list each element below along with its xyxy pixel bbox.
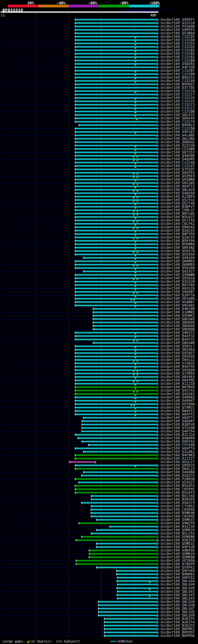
alignment-bar[interactable] bbox=[83, 451, 156, 453]
subject-label[interactable]: UniRef100_C1ICB8 bbox=[161, 110, 195, 113]
alignment-bar[interactable] bbox=[75, 376, 156, 378]
alignment-bar[interactable] bbox=[82, 424, 156, 425]
alignment-bar[interactable] bbox=[75, 182, 156, 184]
alignment-bar[interactable] bbox=[116, 570, 156, 572]
alignment-bar[interactable] bbox=[81, 502, 156, 504]
alignment-bar[interactable] bbox=[93, 322, 156, 323]
alignment-bar[interactable] bbox=[75, 410, 156, 412]
alignment-bar[interactable] bbox=[104, 635, 156, 637]
subject-label[interactable]: UniRef100_B9UZ51 bbox=[161, 76, 195, 79]
alignment-bar[interactable] bbox=[76, 560, 156, 561]
subject-label[interactable]: UniRef100_Q8LSV2 bbox=[161, 597, 195, 600]
subject-label[interactable]: UniRef100_C1ICC5 bbox=[161, 100, 195, 103]
alignment-bar[interactable] bbox=[75, 254, 156, 255]
alignment-bar[interactable] bbox=[75, 148, 156, 150]
subject-label[interactable]: UniRef100_A5BZR3 bbox=[161, 62, 195, 66]
alignment-bar[interactable] bbox=[75, 152, 156, 153]
alignment-bar[interactable] bbox=[75, 247, 156, 248]
alignment-bar[interactable] bbox=[117, 598, 156, 599]
alignment-bar[interactable] bbox=[98, 608, 156, 609]
subject-label[interactable]: UniRef100_C1ICC3 bbox=[161, 103, 195, 106]
subject-label[interactable]: UniRef100_Q3T7D5 bbox=[161, 86, 195, 89]
alignment-bar[interactable] bbox=[75, 39, 156, 41]
alignment-bar[interactable] bbox=[75, 298, 156, 299]
subject-label[interactable]: UniRef100_B0FM52 bbox=[161, 627, 195, 631]
alignment-bar[interactable] bbox=[75, 291, 156, 293]
alignment-bar[interactable] bbox=[75, 49, 156, 51]
alignment-bar[interactable] bbox=[75, 60, 156, 61]
alignment-bar[interactable] bbox=[75, 118, 156, 119]
alignment-bar[interactable] bbox=[98, 604, 156, 606]
alignment-bar[interactable] bbox=[82, 420, 156, 422]
alignment-bar[interactable] bbox=[75, 107, 156, 109]
alignment-bar[interactable] bbox=[75, 369, 156, 371]
alignment-bar[interactable] bbox=[75, 243, 156, 245]
alignment-bar[interactable] bbox=[69, 461, 94, 463]
alignment-bar[interactable] bbox=[75, 29, 156, 31]
alignment-bar[interactable] bbox=[75, 114, 156, 116]
alignment-bar[interactable] bbox=[75, 26, 156, 27]
alignment-bar[interactable] bbox=[75, 63, 156, 65]
subject-label[interactable]: UniRef100_C1ICC1 bbox=[161, 106, 195, 110]
alignment-bar[interactable] bbox=[93, 342, 156, 344]
alignment-bar[interactable] bbox=[75, 213, 156, 214]
subject-label[interactable]: UniRef100_C1ICB0 bbox=[161, 59, 195, 62]
alignment-bar[interactable] bbox=[75, 223, 156, 225]
alignment-bar[interactable] bbox=[83, 417, 156, 419]
alignment-bar[interactable] bbox=[79, 124, 157, 126]
subject-label[interactable]: UniRef100_C1ICB1 bbox=[161, 55, 195, 59]
alignment-bar[interactable] bbox=[75, 206, 156, 208]
alignment-bar[interactable] bbox=[75, 380, 156, 381]
alignment-bar[interactable] bbox=[75, 32, 156, 34]
alignment-bar[interactable] bbox=[75, 111, 156, 112]
subject-label[interactable]: UniRef100_C1ICB2 bbox=[161, 52, 195, 55]
alignment-bar[interactable] bbox=[75, 485, 156, 487]
subject-label[interactable]: UniRef100_Q8LSU9 bbox=[161, 614, 195, 617]
alignment-bar[interactable] bbox=[81, 536, 156, 538]
alignment-bar[interactable] bbox=[75, 141, 156, 143]
alignment-bar[interactable] bbox=[91, 495, 156, 497]
alignment-bar[interactable] bbox=[75, 237, 156, 238]
alignment-bar[interactable] bbox=[75, 414, 156, 415]
alignment-bar[interactable] bbox=[75, 488, 156, 490]
subject-label[interactable]: UniRef100_C1ICD4 bbox=[161, 38, 195, 42]
alignment-bar[interactable] bbox=[75, 186, 156, 187]
alignment-bar[interactable] bbox=[91, 512, 156, 514]
subject-label[interactable]: UniRef100_A2ICC8 bbox=[161, 21, 195, 25]
alignment-bar[interactable] bbox=[75, 128, 156, 129]
alignment-bar[interactable] bbox=[75, 267, 156, 269]
alignment-bar[interactable] bbox=[98, 601, 156, 603]
alignment-bar[interactable] bbox=[75, 94, 156, 95]
subject-label[interactable]: UniRef100_C1ICB3 bbox=[161, 49, 195, 52]
subject-label[interactable]: UniRef100_C1ICC8 bbox=[161, 89, 195, 93]
subject-label[interactable]: UniRef100_Q8LSV0 bbox=[161, 586, 195, 590]
alignment-bar[interactable] bbox=[75, 158, 156, 160]
alignment-bar[interactable] bbox=[75, 46, 156, 48]
alignment-bar[interactable] bbox=[75, 400, 156, 401]
alignment-bar[interactable] bbox=[75, 87, 156, 88]
alignment-bar[interactable] bbox=[75, 240, 156, 242]
alignment-bar[interactable] bbox=[75, 216, 156, 218]
alignment-bar[interactable] bbox=[75, 359, 156, 361]
alignment-bar[interactable] bbox=[89, 550, 156, 551]
alignment-bar[interactable] bbox=[75, 448, 156, 449]
alignment-bar[interactable] bbox=[75, 352, 156, 354]
alignment-bar[interactable] bbox=[104, 621, 156, 623]
alignment-bar[interactable] bbox=[93, 308, 156, 310]
alignment-bar[interactable] bbox=[75, 169, 156, 170]
alignment-bar[interactable] bbox=[82, 431, 156, 432]
alignment-bar[interactable] bbox=[75, 264, 156, 265]
subject-label[interactable]: UniRef100_Q8LSU4 bbox=[161, 600, 195, 603]
alignment-bar[interactable] bbox=[75, 172, 156, 174]
alignment-bar[interactable] bbox=[75, 393, 156, 395]
alignment-bar[interactable] bbox=[79, 482, 157, 483]
subject-label[interactable]: UniRef100_C1ICA9 bbox=[161, 79, 195, 83]
alignment-bar[interactable] bbox=[75, 335, 156, 337]
alignment-bar[interactable] bbox=[75, 492, 156, 493]
alignment-bar[interactable] bbox=[93, 328, 156, 330]
alignment-bar[interactable] bbox=[75, 199, 156, 201]
alignment-bar[interactable] bbox=[75, 465, 156, 466]
alignment-bar[interactable] bbox=[75, 468, 156, 470]
subject-label[interactable]: UniRef100_Q53B69 bbox=[161, 32, 195, 35]
alignment-bar[interactable] bbox=[75, 138, 156, 140]
